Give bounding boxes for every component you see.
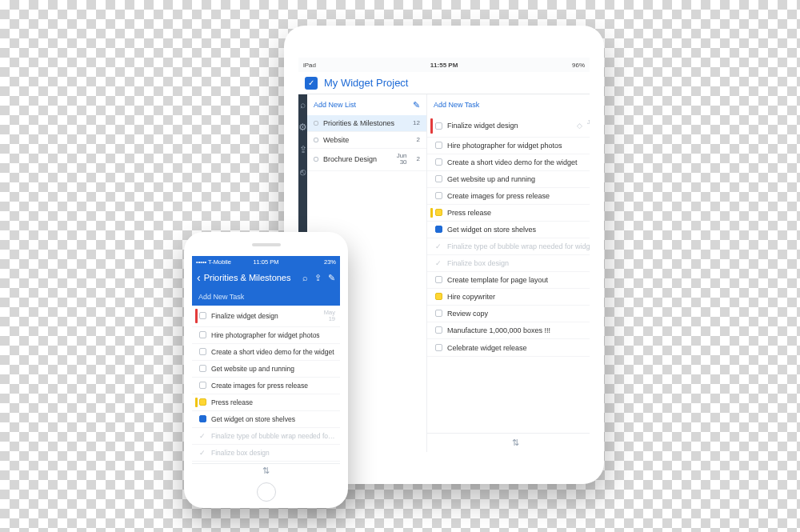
- task-checkbox[interactable]: [199, 382, 206, 389]
- task-checkbox[interactable]: [435, 158, 442, 166]
- task-title: Create images for press release: [211, 382, 335, 390]
- task-checkbox[interactable]: [435, 209, 442, 216]
- task-title: Hire copywriter: [447, 293, 590, 301]
- task-row[interactable]: Hire copywriter: [427, 289, 590, 306]
- list-item[interactable]: Website2: [307, 132, 426, 149]
- add-new-task-iphone[interactable]: Add New Task: [192, 288, 340, 306]
- task-checkbox[interactable]: [199, 312, 206, 319]
- task-checkbox[interactable]: [435, 310, 442, 317]
- task-row[interactable]: Get website up and running◇: [427, 171, 590, 188]
- speaker: [252, 243, 281, 246]
- list-name: Priorities & Milestones: [323, 119, 408, 127]
- task-title: Create a short video demo for the widget: [447, 158, 590, 166]
- task-row[interactable]: Manufacture 1,000,000 boxes !!!: [427, 322, 590, 339]
- edit-icon[interactable]: ✎: [413, 100, 420, 110]
- task-checkbox[interactable]: [199, 348, 206, 355]
- back-icon[interactable]: ‹: [197, 271, 201, 284]
- task-row[interactable]: Get widget on store shelves: [192, 411, 340, 428]
- add-new-list[interactable]: Add New List ✎: [307, 94, 426, 115]
- status-left: iPad: [303, 62, 316, 69]
- task-checkbox[interactable]: [435, 226, 442, 233]
- task-checkbox[interactable]: [435, 276, 442, 283]
- task-title: Finalize widget design: [447, 122, 572, 130]
- task-title: Finalize type of bubble wrap needed for …: [447, 242, 590, 250]
- priority-flag: [195, 309, 198, 323]
- list-count: 12: [413, 120, 420, 126]
- settings-icon[interactable]: ⚙: [298, 122, 307, 133]
- task-row[interactable]: Create a short video demo for the widget: [427, 154, 590, 171]
- task-row[interactable]: Create template for page layout: [192, 462, 340, 463]
- task-row[interactable]: Create images for press release: [427, 188, 590, 205]
- status-time: 11:55 PM: [430, 62, 458, 69]
- task-row[interactable]: Celebrate widget release▯: [427, 339, 590, 358]
- add-new-task-ipad[interactable]: Add New Task ✎: [427, 94, 590, 115]
- task-row[interactable]: Create template for page layout: [427, 272, 590, 289]
- list-item[interactable]: Priorities & Milestones12: [307, 115, 426, 132]
- share-icon[interactable]: ⎋: [300, 166, 306, 178]
- task-checkbox[interactable]: [435, 142, 442, 149]
- task-checkbox[interactable]: [435, 122, 442, 130]
- list-date: Jun30: [397, 153, 407, 166]
- task-title: Hire photographer for widget photos: [211, 331, 335, 339]
- tag-icon[interactable]: ◇: [577, 122, 582, 130]
- task-checkbox[interactable]: [435, 326, 442, 334]
- priority-flag: [430, 118, 433, 134]
- task-title: Finalize type of bubble wrap needed for …: [211, 432, 335, 440]
- task-title: Finalize widget design: [211, 312, 319, 320]
- task-row[interactable]: ✓Finalize box design: [192, 445, 340, 462]
- search-icon[interactable]: ⌕: [302, 273, 308, 282]
- task-title: Create a short video demo for the widget: [211, 348, 335, 356]
- share-icon[interactable]: ⇪: [314, 273, 322, 283]
- task-row[interactable]: Press release: [192, 394, 340, 411]
- add-new-list-label: Add New List: [314, 101, 356, 109]
- task-row[interactable]: Hire photographer for widget photos: [192, 327, 340, 344]
- list-item[interactable]: Brochure DesignJun302: [307, 149, 426, 171]
- task-checkbox[interactable]: [199, 365, 206, 372]
- iphone-device: ••••• T-Mobile 11:05 PM 23% ‹ Priorities…: [184, 232, 348, 508]
- task-title: Finalize box design: [447, 259, 590, 267]
- task-row[interactable]: Press release: [427, 205, 590, 222]
- task-row[interactable]: Finalize widget designMay19: [192, 306, 340, 327]
- priority-flag: [430, 208, 433, 218]
- task-title: Get website up and running: [447, 175, 587, 183]
- task-checkbox[interactable]: [199, 331, 206, 338]
- task-row[interactable]: Get website up and running: [192, 361, 340, 378]
- task-title: Celebrate widget release: [447, 344, 588, 352]
- search-icon[interactable]: ⌕: [300, 99, 306, 110]
- task-row[interactable]: Create a short video demo for the widget: [192, 344, 340, 361]
- task-due-date: May19: [324, 310, 335, 322]
- iphone-tasks: Finalize widget designMay19Hire photogra…: [192, 306, 340, 463]
- task-checkbox[interactable]: [199, 398, 206, 406]
- app-icon[interactable]: ✓: [305, 77, 318, 90]
- list-name: Website: [323, 136, 412, 144]
- list-count: 2: [417, 137, 420, 143]
- task-row[interactable]: Get widget on store shelves◇: [427, 222, 590, 238]
- edit-icon[interactable]: ✎: [328, 273, 335, 283]
- task-checkbox[interactable]: [199, 415, 206, 422]
- list-count: 2: [417, 156, 420, 162]
- home-button[interactable]: [257, 482, 276, 502]
- task-checkbox[interactable]: [435, 293, 442, 300]
- task-checkbox[interactable]: [435, 175, 442, 182]
- add-new-task-label: Add New Task: [198, 293, 244, 301]
- task-row[interactable]: ✓Finalize type of bubble wrap needed for…: [192, 428, 340, 445]
- status-time: 11:05 PM: [253, 258, 278, 266]
- task-checkbox[interactable]: [435, 344, 442, 351]
- nav-title[interactable]: Priorities & Milestones: [204, 273, 296, 282]
- task-checkbox[interactable]: [435, 192, 442, 199]
- project-title[interactable]: My Widget Project: [324, 77, 408, 89]
- task-row[interactable]: Create images for press release: [192, 378, 340, 394]
- ipad-status-bar: iPad 11:55 PM 96%: [298, 58, 590, 72]
- task-row[interactable]: Hire photographer for widget photos: [427, 138, 590, 154]
- task-row[interactable]: ✓Finalize type of bubble wrap needed for…: [427, 238, 590, 255]
- task-row[interactable]: Finalize widget design◇Jun30: [427, 115, 590, 138]
- task-row[interactable]: Review copy: [427, 306, 590, 322]
- ipad-panes: Add New List ✎ Priorities & Milestones12…: [307, 94, 590, 452]
- task-row[interactable]: ✓Finalize box design: [427, 255, 590, 272]
- archive-icon[interactable]: ⇪: [299, 144, 307, 155]
- list-bullet-icon: [314, 138, 318, 142]
- sort-footer-ipad[interactable]: ⇅: [427, 433, 590, 452]
- priority-flag: [195, 398, 198, 407]
- task-title: Get widget on store shelves: [447, 226, 587, 234]
- sort-footer-iphone[interactable]: ⇅: [192, 463, 340, 478]
